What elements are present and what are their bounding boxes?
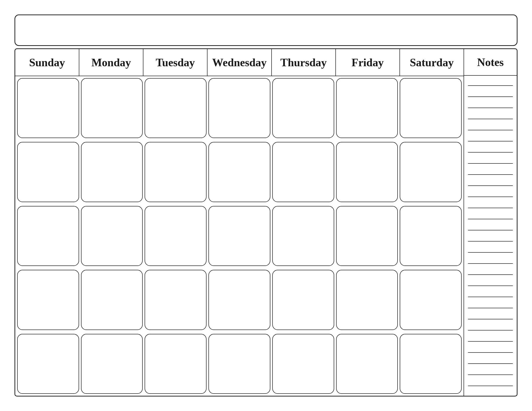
day-cell[interactable] (145, 142, 207, 202)
calendar-main: Sunday Monday Tuesday Wednesday Thursday… (15, 48, 517, 396)
note-line (468, 252, 513, 253)
day-cell[interactable] (17, 270, 79, 330)
day-cell[interactable] (81, 142, 143, 202)
day-cell[interactable] (400, 334, 462, 394)
header-tuesday: Tuesday (143, 49, 208, 76)
note-line (468, 374, 513, 375)
day-cell[interactable] (336, 334, 398, 394)
note-line (468, 174, 513, 175)
day-cell[interactable] (81, 334, 143, 394)
day-cell[interactable] (17, 334, 79, 394)
day-cell[interactable] (209, 270, 270, 330)
header-row: Sunday Monday Tuesday Wednesday Thursday… (15, 49, 464, 76)
note-line (468, 230, 513, 230)
day-cell[interactable] (336, 78, 398, 138)
day-cell[interactable] (145, 334, 207, 394)
note-line (468, 241, 513, 242)
note-line (468, 274, 513, 275)
week-row-1 (15, 76, 464, 140)
calendar-wrapper: Sunday Monday Tuesday Wednesday Thursday… (15, 15, 517, 396)
day-cell[interactable] (145, 206, 207, 266)
note-line (468, 85, 513, 86)
day-cell[interactable] (209, 334, 270, 394)
day-cell[interactable] (17, 78, 79, 138)
day-cell[interactable] (17, 142, 79, 202)
note-line (468, 119, 513, 119)
note-line (468, 163, 513, 164)
note-line (468, 386, 513, 386)
note-line (468, 108, 513, 108)
day-cell[interactable] (272, 334, 334, 394)
note-line (468, 341, 513, 342)
day-cell[interactable] (400, 78, 462, 138)
day-cell[interactable] (145, 78, 207, 138)
week-row-4 (15, 268, 464, 332)
note-line (468, 319, 513, 319)
notes-header: Notes (464, 49, 517, 76)
title-bar[interactable] (15, 15, 517, 46)
week-row-2 (15, 140, 464, 204)
day-cell[interactable] (81, 270, 143, 330)
note-line (468, 96, 513, 97)
note-line (468, 141, 513, 141)
note-line (468, 130, 513, 130)
header-friday: Friday (336, 49, 400, 76)
note-line (468, 186, 513, 186)
notes-panel: Notes (464, 49, 517, 396)
day-cell[interactable] (17, 206, 79, 266)
day-cell[interactable] (272, 206, 334, 266)
notes-lines[interactable] (464, 76, 517, 396)
note-line (468, 330, 513, 330)
header-thursday: Thursday (272, 49, 336, 76)
day-cell[interactable] (400, 142, 462, 202)
day-cell[interactable] (145, 270, 207, 330)
week-row-3 (15, 204, 464, 268)
calendar-grid: Sunday Monday Tuesday Wednesday Thursday… (15, 49, 464, 396)
week-row-5 (15, 332, 464, 396)
day-cell[interactable] (336, 206, 398, 266)
days-grid (15, 76, 464, 396)
note-line (468, 219, 513, 219)
day-cell[interactable] (400, 270, 462, 330)
header-sunday: Sunday (15, 49, 79, 76)
day-cell[interactable] (272, 78, 334, 138)
day-cell[interactable] (336, 142, 398, 202)
day-cell[interactable] (336, 270, 398, 330)
day-cell[interactable] (81, 206, 143, 266)
note-line (468, 196, 513, 197)
note-line (468, 286, 513, 286)
note-line (468, 308, 513, 308)
day-cell[interactable] (272, 142, 334, 202)
header-wednesday: Wednesday (208, 49, 272, 76)
day-cell[interactable] (209, 142, 270, 202)
day-cell[interactable] (272, 270, 334, 330)
header-monday: Monday (79, 49, 143, 76)
day-cell[interactable] (400, 206, 462, 266)
day-cell[interactable] (209, 78, 270, 138)
note-line (468, 297, 513, 297)
note-line (468, 263, 513, 264)
note-line (468, 208, 513, 208)
note-line (468, 363, 513, 364)
header-saturday: Saturday (400, 49, 464, 76)
day-cell[interactable] (209, 206, 270, 266)
note-line (468, 152, 513, 153)
day-cell[interactable] (81, 78, 143, 138)
note-line (468, 352, 513, 353)
